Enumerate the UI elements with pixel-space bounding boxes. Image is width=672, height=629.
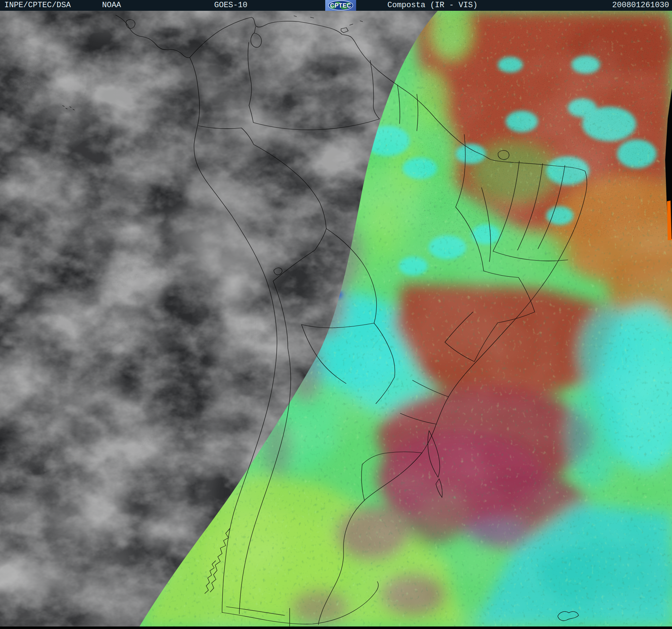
agency-label: INPE/CPTEC/DSA bbox=[4, 1, 71, 10]
satellite-label: GOES-10 bbox=[214, 1, 247, 10]
cptec-logo: CPTEC bbox=[325, 0, 356, 11]
globe-icon: CPTEC bbox=[325, 0, 356, 11]
footer-bar bbox=[0, 626, 672, 629]
satellite-scene-graphic bbox=[0, 11, 672, 626]
header-bar: INPE/CPTEC/DSA NOAA GOES-10 CPTEC Compos… bbox=[0, 0, 672, 11]
satellite-image bbox=[0, 11, 672, 626]
network-label: NOAA bbox=[102, 1, 121, 10]
timestamp-label: 200801261030 bbox=[612, 1, 669, 10]
product-title: Composta (IR - VIS) bbox=[387, 1, 478, 10]
satellite-product-window: INPE/CPTEC/DSA NOAA GOES-10 CPTEC Compos… bbox=[0, 0, 672, 629]
cptec-logo-text: CPTEC bbox=[330, 3, 351, 9]
